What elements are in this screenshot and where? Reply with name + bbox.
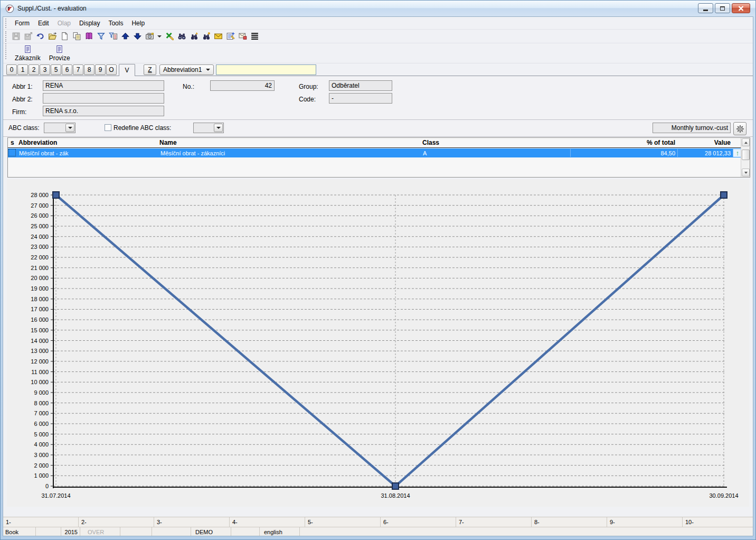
field-list-icon[interactable]: [249, 31, 260, 42]
col-class[interactable]: Class: [422, 139, 439, 146]
edit-journal-icon[interactable]: [225, 31, 236, 42]
menu-tools[interactable]: Tools: [104, 18, 127, 29]
tab-v-active[interactable]: V: [119, 64, 135, 76]
tab-7[interactable]: 7: [73, 64, 83, 75]
fkey-10: 10-: [683, 517, 753, 527]
fkey-6: 6-: [381, 517, 456, 527]
svg-text:9 000: 9 000: [34, 389, 49, 396]
tab-0[interactable]: 0: [6, 64, 17, 75]
save-as-icon: [23, 31, 34, 42]
scroll-down-button[interactable]: [742, 169, 750, 176]
tab-o[interactable]: O: [106, 64, 117, 75]
tab-9[interactable]: 9: [95, 64, 106, 75]
firm-label: Firm:: [12, 108, 26, 116]
menu-gripper[interactable]: [5, 18, 7, 28]
new-document-icon[interactable]: [59, 31, 70, 42]
close-button[interactable]: [732, 3, 750, 13]
arrow-down-icon: [744, 172, 748, 174]
move-up-icon[interactable]: [120, 31, 131, 42]
redefine-abc-combobox[interactable]: [193, 123, 224, 133]
tab-3[interactable]: 3: [40, 64, 50, 75]
svg-text:21 000: 21 000: [31, 265, 49, 271]
monthly-turnover-field[interactable]: Monthly turnov.-cust: [653, 123, 731, 133]
redefine-abc-checkbox[interactable]: [105, 124, 111, 131]
status-demo: DEMO: [191, 527, 231, 536]
cell-abbreviation: Měsíční obrat - zák: [17, 149, 158, 157]
table-vertical-scrollbar[interactable]: [741, 138, 750, 177]
col-name[interactable]: Name: [159, 139, 177, 146]
scroll-up-button[interactable]: [742, 138, 750, 146]
menu-edit[interactable]: Edit: [34, 18, 53, 29]
code-field[interactable]: -: [329, 93, 392, 104]
tab-2[interactable]: 2: [29, 64, 39, 75]
svg-text:1 000: 1 000: [34, 472, 49, 479]
firm-field[interactable]: RENA s.r.o.: [43, 106, 164, 116]
toolbar-gripper[interactable]: [5, 31, 7, 42]
svg-text:2 000: 2 000: [34, 462, 49, 469]
minimize-button[interactable]: [698, 3, 713, 13]
menu-help[interactable]: Help: [127, 18, 149, 29]
open-icon[interactable]: [47, 31, 58, 42]
group-field[interactable]: Odběratel: [329, 80, 392, 91]
svg-text:24 000: 24 000: [31, 234, 49, 240]
title-bar[interactable]: Suppl./Cust. - evaluation: [1, 1, 755, 16]
table-row-selected[interactable]: Měsíční obrat - zák Měsíční obrat - záka…: [8, 148, 741, 157]
col-s[interactable]: s: [11, 139, 14, 146]
abc-class-combobox[interactable]: [44, 123, 75, 133]
filter-icon[interactable]: [96, 31, 107, 42]
abbr1-field[interactable]: RENA: [43, 80, 164, 91]
undo-icon[interactable]: [35, 31, 46, 42]
fkey-9: 9-: [607, 517, 683, 527]
svg-text:30.09.2014: 30.09.2014: [709, 492, 738, 499]
maximize-button[interactable]: [715, 3, 730, 13]
find-next-icon[interactable]: [201, 31, 212, 42]
abc-class-row: ABC class: Redefine ABC class: Monthly t…: [3, 120, 753, 136]
snapshot-icon[interactable]: [144, 31, 155, 42]
z-button[interactable]: Z: [144, 64, 156, 75]
send-mail-icon[interactable]: [213, 31, 224, 42]
copy-icon[interactable]: [71, 31, 82, 42]
move-down-icon[interactable]: [132, 31, 143, 42]
provize-button[interactable]: Provize: [45, 43, 74, 63]
mail-options-icon[interactable]: [237, 31, 248, 42]
menu-form[interactable]: Form: [11, 18, 34, 29]
abbr2-field[interactable]: [43, 93, 164, 104]
svg-text:11 000: 11 000: [31, 369, 49, 375]
svg-text:4 000: 4 000: [34, 441, 49, 448]
tab-6[interactable]: 6: [62, 64, 72, 75]
menu-display[interactable]: Display: [75, 18, 104, 29]
minimize-icon: [703, 10, 708, 11]
svg-text:6 000: 6 000: [34, 421, 49, 427]
settings-button[interactable]: [733, 122, 746, 135]
tab-5[interactable]: 5: [51, 64, 61, 75]
svg-text:28 000: 28 000: [31, 192, 49, 198]
maximize-icon: [720, 6, 725, 11]
no-field[interactable]: 42: [210, 80, 275, 91]
function-key-bar: 1- 2- 3- 4- 5- 6- 7- 8- 9- 10-: [3, 517, 753, 527]
shortcut-gripper[interactable]: [5, 43, 7, 59]
col-value[interactable]: Value: [677, 139, 731, 146]
scrollbar-thumb[interactable]: [742, 150, 750, 160]
status-language: english: [260, 527, 300, 536]
search-input[interactable]: [216, 64, 316, 75]
filter-form-icon[interactable]: [108, 31, 119, 42]
field-selector-combobox[interactable]: Abbreviation1: [159, 64, 214, 75]
tab-8[interactable]: 8: [84, 64, 94, 75]
trend-up-icon: ↑: [736, 149, 740, 157]
catalog-book-icon[interactable]: [83, 31, 94, 42]
find-previous-icon[interactable]: [188, 31, 200, 42]
customer-form: Abbr 1: RENA No.: 42 Group: Odběratel Ab…: [3, 76, 753, 119]
client-area: Form Edit Olap Display Tools Help: [3, 16, 753, 536]
table-header: s Abbreviation Name Class % of total Val…: [8, 138, 741, 148]
menu-bar: Form Edit Olap Display Tools Help: [3, 17, 753, 30]
tab-1[interactable]: 1: [17, 64, 28, 75]
evaluation-table: s Abbreviation Name Class % of total Val…: [7, 137, 750, 178]
tool-bar: [3, 30, 753, 43]
export-edit-icon[interactable]: [164, 31, 175, 42]
col-pct-of-total[interactable]: % of total: [570, 139, 675, 146]
zakaznik-button[interactable]: Zákazník: [11, 43, 45, 63]
find-icon[interactable]: [176, 31, 187, 42]
code-label: Code:: [299, 96, 316, 103]
snapshot-dropdown-icon[interactable]: [156, 31, 162, 42]
col-abbreviation[interactable]: Abbreviation: [18, 139, 57, 146]
